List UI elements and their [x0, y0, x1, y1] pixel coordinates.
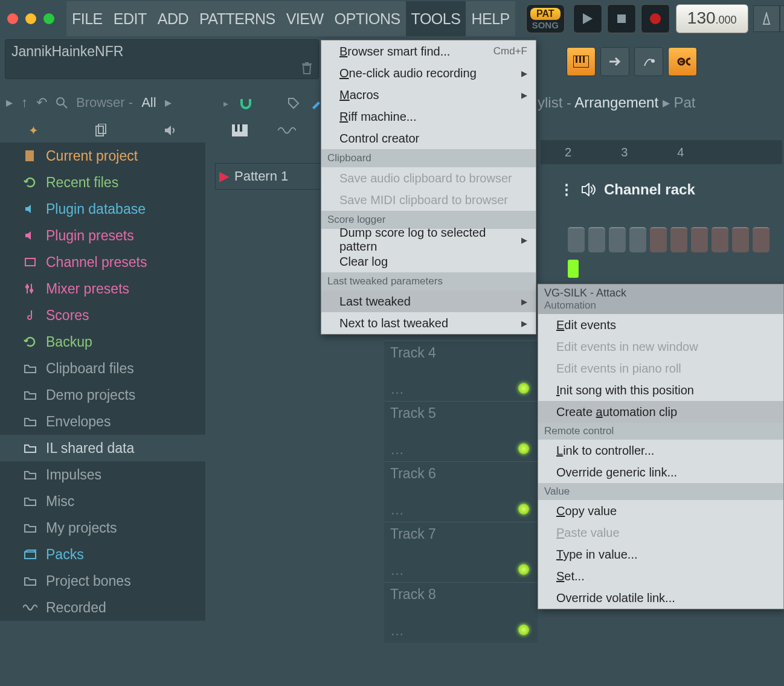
menu-edit[interactable]: EDIT: [108, 1, 152, 36]
menu-item[interactable]: Macros▸: [321, 84, 536, 106]
close-window[interactable]: [7, 13, 18, 24]
tag-icon[interactable]: [288, 97, 300, 109]
metronome-icon[interactable]: [753, 5, 780, 32]
collapse-icon[interactable]: ▸: [6, 95, 13, 111]
track-header[interactable]: Track 7…: [384, 522, 538, 582]
track-header[interactable]: Track 4…: [384, 341, 538, 401]
track-header[interactable]: Track 5…: [384, 401, 538, 461]
menu-dots-icon[interactable]: ⋮: [559, 181, 574, 198]
track-menu-icon[interactable]: …: [390, 562, 404, 579]
menu-item[interactable]: Browser smart find...Cmd+F: [321, 40, 536, 62]
menu-item[interactable]: Override generic link...: [538, 461, 783, 483]
menu-item[interactable]: Control creator: [321, 127, 536, 149]
playlist-button[interactable]: [567, 47, 596, 76]
browser-item[interactable]: Mixer presets: [0, 275, 205, 302]
step-button[interactable]: [732, 227, 749, 252]
browser-item[interactable]: IL shared data: [0, 435, 205, 461]
trash-icon[interactable]: [301, 62, 312, 75]
menu-item[interactable]: Create automation clip: [538, 401, 783, 423]
menu-patterns[interactable]: PATTERNS: [194, 1, 281, 36]
menu-item[interactable]: Dump score log to selected pattern▸: [321, 229, 536, 251]
menu-tools[interactable]: TOOLS: [406, 1, 466, 36]
up-icon[interactable]: ↑: [21, 95, 28, 111]
link-icon[interactable]: [668, 47, 697, 76]
track-led[interactable]: [518, 383, 529, 394]
track-led[interactable]: [518, 504, 529, 514]
speaker-icon[interactable]: [164, 125, 177, 136]
track-header[interactable]: Track 6…: [384, 461, 538, 522]
wave-icon[interactable]: ✦: [28, 123, 39, 138]
menu-item[interactable]: Override volatile link...: [538, 587, 783, 609]
pattern-item[interactable]: ▶ Pattern 1: [215, 163, 324, 190]
back-icon[interactable]: ↶: [36, 95, 47, 111]
step-button[interactable]: [609, 227, 626, 252]
step-sequencer[interactable]: [568, 227, 770, 252]
stop-button[interactable]: [607, 4, 636, 33]
menu-item[interactable]: Copy value: [538, 500, 783, 522]
step-button[interactable]: [588, 227, 605, 252]
track-led[interactable]: [518, 624, 529, 635]
browser-item[interactable]: Current project: [0, 143, 205, 169]
step-button[interactable]: [670, 227, 687, 252]
play-button[interactable]: [573, 4, 602, 33]
arrow-right-icon[interactable]: [600, 47, 629, 76]
browser-item[interactable]: Recorded: [0, 594, 205, 621]
browser-item[interactable]: Envelopes: [0, 408, 205, 435]
wait-for-input-icon[interactable]: [780, 5, 784, 32]
browser-item[interactable]: Packs: [0, 541, 205, 568]
browser-item[interactable]: Demo projects: [0, 382, 205, 408]
step-button[interactable]: [650, 227, 667, 252]
menu-options[interactable]: OPTIONS: [329, 1, 406, 36]
playlist-breadcrumb[interactable]: ylist - Arrangement ▸ Pat: [538, 94, 695, 111]
pat-song-switch[interactable]: PAT SONG: [526, 4, 565, 33]
track-menu-icon[interactable]: …: [390, 381, 404, 397]
menu-file[interactable]: FILE: [66, 1, 108, 36]
tempo-display[interactable]: 130 .000: [676, 4, 748, 33]
record-button[interactable]: [641, 4, 670, 33]
menu-item[interactable]: Type in value...: [538, 543, 783, 565]
browser-item[interactable]: Backup: [0, 329, 205, 355]
browser-item[interactable]: Recent files: [0, 169, 205, 196]
menu-help[interactable]: HELP: [466, 1, 515, 36]
track-menu-icon[interactable]: …: [390, 502, 404, 518]
timeline-ruler[interactable]: 234: [541, 140, 782, 164]
zoom-window[interactable]: [43, 13, 54, 24]
step-icon[interactable]: [634, 47, 663, 76]
step-button[interactable]: [691, 227, 708, 252]
browser-item[interactable]: Impulses: [0, 461, 205, 488]
menu-item[interactable]: Link to controller...: [538, 440, 783, 461]
browser-item[interactable]: My projects: [0, 514, 205, 541]
track-menu-icon[interactable]: …: [390, 623, 404, 639]
browser-item[interactable]: Scores: [0, 302, 205, 329]
menu-item[interactable]: Edit events: [538, 314, 783, 336]
menu-item[interactable]: Riff machine...: [321, 106, 536, 127]
browser-filter[interactable]: All: [141, 95, 156, 111]
step-button[interactable]: [629, 227, 646, 252]
browser-item[interactable]: Misc: [0, 488, 205, 514]
track-header[interactable]: Track 8…: [384, 582, 538, 643]
browser-item[interactable]: Plugin database: [0, 196, 205, 222]
browser-item[interactable]: Project bones: [0, 568, 205, 594]
track-menu-icon[interactable]: …: [390, 441, 404, 458]
browser-item[interactable]: Channel presets: [0, 249, 205, 275]
channel-rack-header[interactable]: ⋮ Channel rack: [559, 175, 695, 204]
menu-item[interactable]: Clear log: [321, 251, 536, 272]
search-icon[interactable]: [56, 97, 68, 109]
track-led[interactable]: [518, 443, 529, 454]
magnet-icon[interactable]: [239, 97, 252, 110]
menu-item[interactable]: Next to last tweaked▸: [321, 312, 536, 334]
menu-item[interactable]: One-click audio recording▸: [321, 62, 536, 84]
track-led[interactable]: [518, 564, 529, 575]
browser-item[interactable]: Plugin presets: [0, 222, 205, 249]
chevron-right-icon[interactable]: ▸: [165, 95, 172, 111]
step-button[interactable]: [753, 227, 770, 252]
minimize-window[interactable]: [25, 13, 36, 24]
menu-item[interactable]: Init song with this position: [538, 379, 783, 401]
copy-icon[interactable]: [95, 124, 107, 137]
step-button[interactable]: [712, 227, 728, 252]
expand-icon[interactable]: ▸: [223, 98, 228, 109]
browser-item[interactable]: Clipboard files: [0, 355, 205, 382]
piano-tab-icon[interactable]: [232, 124, 248, 136]
step-button[interactable]: [568, 227, 585, 252]
menu-item[interactable]: Set...: [538, 565, 783, 587]
